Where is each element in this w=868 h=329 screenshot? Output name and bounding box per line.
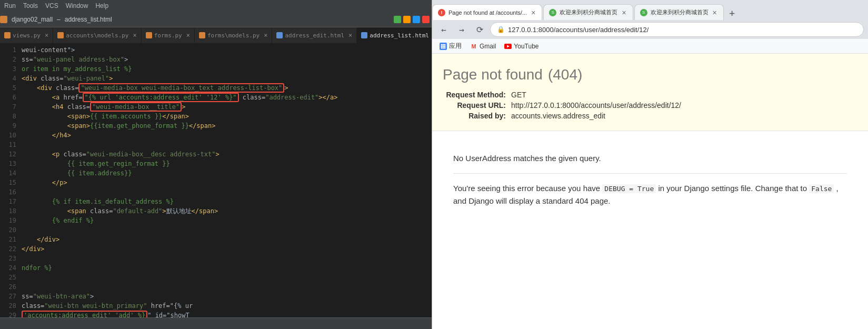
- tab-icon: [276, 32, 283, 38]
- browser-tabs-row: ! Page not found at /accounts/... × S 欢迎…: [432, 0, 868, 20]
- close-icon[interactable]: ×: [186, 32, 190, 39]
- menu-tools[interactable]: Tools: [23, 2, 38, 9]
- tab-label: views.py: [13, 32, 41, 39]
- bookmark-gmail[interactable]: M Gmail: [467, 42, 499, 51]
- tab-icon: [199, 32, 205, 38]
- editor-tab-bar: views.py × accounts\models.py × forms.py…: [0, 27, 432, 43]
- request-method-value: GET: [511, 91, 526, 99]
- browser-panel: ! Page not found at /accounts/... × S 欢迎…: [432, 0, 868, 329]
- bookmark-label: 应用: [449, 42, 462, 51]
- error-request-method: Request Method: GET: [443, 91, 857, 99]
- close-icon[interactable]: ×: [133, 32, 136, 39]
- url-text: 127.0.0.1:8000/accounts/user/address/edi…: [508, 26, 648, 34]
- tab-label: forms.py: [154, 32, 182, 39]
- apps-icon: [440, 43, 447, 50]
- tab-label: Page not found at /accounts/...: [448, 9, 527, 16]
- svg-point-1: [443, 44, 444, 45]
- tab-icon: [57, 32, 64, 38]
- debug-text-1: You're seeing this error because you hav…: [453, 184, 600, 193]
- browser-tab-shop1[interactable]: S 欢迎来到积分商城首页 ×: [543, 4, 633, 20]
- window-controls: [394, 16, 432, 23]
- close-icon[interactable]: ×: [264, 32, 267, 39]
- error-request-url: Request URL: http://127.0.0.1:8000/accou…: [443, 101, 857, 109]
- forward-button[interactable]: →: [454, 22, 469, 37]
- editor-panel: Run Tools VCS Window Help django02_mall …: [0, 0, 432, 329]
- line-numbers: 1234 5678 9101112 13141516 17181920 2122…: [0, 43, 18, 317]
- youtube-icon: [504, 43, 512, 50]
- tab-favicon: !: [438, 9, 445, 16]
- close-icon[interactable]: ×: [45, 32, 48, 39]
- request-url-label: Request URL:: [443, 101, 511, 109]
- tab-favicon: S: [640, 9, 647, 16]
- divider: [453, 173, 847, 174]
- reload-button[interactable]: ⟳: [472, 22, 487, 37]
- bottom-bar: [0, 317, 432, 329]
- menu-window[interactable]: Window: [66, 2, 88, 9]
- menu-vcs[interactable]: VCS: [45, 2, 58, 9]
- new-tab-button[interactable]: +: [725, 5, 740, 20]
- close-button[interactable]: [422, 16, 430, 23]
- browser-content: Page not found (404) Request Method: GET…: [432, 54, 868, 329]
- raised-by-label: Raised by:: [443, 112, 511, 120]
- menu-run[interactable]: Run: [4, 2, 16, 9]
- error-header: Page not found (404) Request Method: GET…: [432, 54, 868, 131]
- debug-message: You're seeing this error because you hav…: [453, 182, 847, 207]
- error-title: Page not found (404): [443, 62, 857, 84]
- close-tab-icon[interactable]: ×: [530, 8, 536, 17]
- tab-label: 欢迎来到积分商城首页: [651, 8, 709, 16]
- svg-point-5: [444, 45, 446, 47]
- back-button[interactable]: ←: [436, 22, 451, 37]
- close-icon[interactable]: ×: [348, 32, 352, 39]
- svg-point-0: [441, 44, 443, 45]
- tab-icon: [4, 32, 11, 38]
- debug-text-2: in your Django settings file. Change tha…: [658, 184, 807, 193]
- project-title: django02_mall: [12, 16, 53, 23]
- tab-label: accounts\models.py: [66, 32, 128, 39]
- security-icon: 🔒: [497, 26, 505, 33]
- address-bar[interactable]: 🔒 127.0.0.1:8000/accounts/user/address/e…: [490, 22, 864, 37]
- bookmark-label: Gmail: [480, 43, 496, 50]
- request-method-label: Request Method:: [443, 91, 511, 99]
- tab-address-edit[interactable]: address_edit.html ×: [272, 27, 357, 43]
- menu-help[interactable]: Help: [95, 2, 108, 9]
- bookmarks-bar: 应用 M Gmail YouTube: [432, 39, 868, 54]
- tab-icon: [361, 32, 367, 38]
- request-url-value: http://127.0.0.1:8000/accounts/user/addr…: [511, 101, 681, 109]
- restore-button[interactable]: [413, 16, 420, 23]
- error-code: (404): [548, 66, 582, 83]
- gmail-icon: M: [470, 43, 477, 50]
- no-match-text: No UserAddress matches the given query.: [453, 152, 847, 165]
- browser-chrome: ! Page not found at /accounts/... × S 欢迎…: [432, 0, 868, 54]
- browser-toolbar: ← → ⟳ 🔒 127.0.0.1:8000/accounts/user/add…: [432, 20, 868, 39]
- code-content[interactable]: weui-content"> ss="weui-panel address-bo…: [18, 43, 432, 317]
- raised-by-value: accounts.views.address_edit: [511, 112, 605, 120]
- tab-label: address_edit.html: [285, 32, 344, 39]
- menu-bar: Run Tools VCS Window Help: [0, 0, 432, 12]
- tab-views-py[interactable]: views.py ×: [0, 27, 53, 43]
- browser-tab-error[interactable]: ! Page not found at /accounts/... ×: [432, 4, 542, 20]
- bookmark-apps[interactable]: 应用: [436, 41, 465, 52]
- code-area[interactable]: 1234 5678 9101112 13141516 17181920 2122…: [0, 43, 432, 317]
- tab-favicon: S: [549, 9, 556, 16]
- debug-code-2: False: [809, 184, 834, 193]
- tab-label: address_list.html: [370, 32, 429, 39]
- tab-address-list[interactable]: address_list.html ×: [357, 27, 432, 43]
- tab-icon: [146, 32, 152, 38]
- tab-forms-py[interactable]: forms.py ×: [142, 27, 195, 43]
- debug-code-1: DEBUG = True: [602, 184, 656, 193]
- close-tab-icon[interactable]: ×: [712, 8, 718, 17]
- tab-accounts-models[interactable]: accounts\models.py ×: [53, 27, 141, 43]
- maximize-button[interactable]: [403, 16, 411, 23]
- tab-forms-models[interactable]: forms\models.py ×: [195, 27, 273, 43]
- error-title-text: Page not found: [443, 66, 543, 83]
- svg-point-8: [444, 47, 446, 48]
- browser-tab-shop2[interactable]: S 欢迎来到积分商城首页 ×: [634, 4, 724, 20]
- title-bar: django02_mall – address_list.html: [0, 12, 432, 27]
- minimize-button[interactable]: [394, 16, 401, 23]
- tab-label: 欢迎来到积分商城首页: [560, 8, 617, 16]
- close-tab-icon[interactable]: ×: [621, 8, 627, 17]
- svg-point-7: [443, 47, 444, 48]
- bookmark-youtube[interactable]: YouTube: [501, 42, 542, 51]
- svg-point-2: [444, 44, 446, 45]
- error-page: Page not found (404) Request Method: GET…: [432, 54, 868, 237]
